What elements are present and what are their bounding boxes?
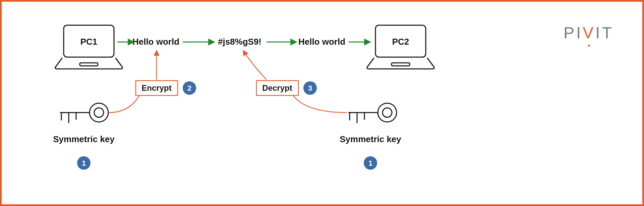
symmetric-key-label-left: Symmetric key	[53, 134, 115, 144]
decrypt-box: Decrypt	[256, 81, 298, 95]
svg-point-18	[378, 103, 397, 122]
svg-rect-3	[392, 63, 410, 66]
laptop-icon-pc2: PC2	[367, 25, 434, 69]
key-icon-right	[349, 103, 397, 123]
diagram-svg: PC1 PC2 Hello world #js8%gS9! Hello worl…	[2, 2, 642, 204]
symmetric-key-label-right: Symmetric key	[340, 134, 401, 144]
svg-point-11	[94, 108, 104, 117]
path-key-to-decrypt	[293, 96, 347, 113]
diagram-frame: PIVIT PC1 PC2 Hello world #js8%gS9!	[0, 0, 644, 206]
laptop-icon-pc1: PC1	[55, 25, 123, 69]
svg-text:1: 1	[82, 159, 86, 167]
svg-text:1: 1	[368, 159, 372, 167]
pc2-label: PC2	[392, 37, 409, 47]
encrypt-box: Encrypt	[136, 81, 178, 95]
svg-text:2: 2	[187, 84, 191, 92]
key-icon-left	[60, 103, 108, 123]
badge-key-right: 1	[364, 156, 377, 170]
svg-text:3: 3	[308, 84, 312, 92]
plaintext-2: Hello world	[298, 37, 345, 47]
path-decrypt-to-text	[243, 50, 267, 80]
badge-encrypt: 2	[183, 81, 196, 95]
svg-point-10	[90, 103, 108, 122]
svg-point-19	[383, 108, 392, 117]
decrypt-label: Decrypt	[262, 83, 292, 92]
pc1-label: PC1	[80, 37, 98, 47]
plaintext-1: Hello world	[132, 37, 179, 47]
path-key-to-encrypt	[109, 96, 139, 113]
encrypt-label: Encrypt	[141, 83, 171, 92]
badge-decrypt: 3	[303, 81, 317, 95]
svg-rect-1	[80, 63, 98, 66]
badge-key-left: 1	[77, 156, 91, 170]
ciphertext: #js8%gS9!	[218, 37, 261, 47]
